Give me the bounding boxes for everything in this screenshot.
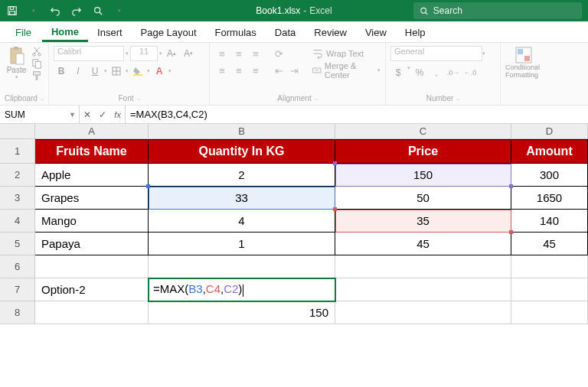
decrease-decimal-icon[interactable]: ←.0: [462, 65, 478, 80]
cell-a2[interactable]: Apple: [35, 164, 149, 187]
border-button[interactable]: [109, 63, 124, 79]
name-box[interactable]: SUM▼: [0, 106, 80, 123]
cell-d3[interactable]: 1650: [511, 187, 588, 210]
merge-center-button[interactable]: Merge & Center ▾: [311, 63, 381, 78]
formula-input[interactable]: =MAX(B3,C4,C2): [126, 106, 588, 123]
paste-button[interactable]: Paste▾: [5, 46, 28, 80]
underline-button[interactable]: U: [87, 63, 103, 79]
fx-icon[interactable]: fx: [114, 110, 121, 119]
cell-a4[interactable]: Mango: [35, 210, 149, 233]
cell-b3[interactable]: 33: [149, 187, 335, 210]
cell-d6[interactable]: [511, 255, 588, 278]
cut-icon[interactable]: [31, 46, 44, 57]
col-header-a[interactable]: A: [35, 124, 149, 139]
align-top-icon[interactable]: ≡: [214, 46, 230, 61]
conditional-formatting-button[interactable]: Conditional Formatting: [505, 46, 542, 80]
tab-file[interactable]: File: [5, 22, 42, 42]
copy-icon[interactable]: [31, 58, 44, 69]
row-header[interactable]: 1: [0, 139, 35, 164]
col-header-c[interactable]: C: [335, 124, 511, 139]
undo-icon[interactable]: [47, 3, 63, 18]
cell-b4[interactable]: 4: [149, 210, 335, 233]
search-box[interactable]: [413, 2, 582, 19]
decrease-indent-icon[interactable]: ⇤: [271, 63, 286, 78]
cell-c3[interactable]: 50: [335, 187, 511, 210]
align-bottom-icon[interactable]: ≡: [248, 46, 263, 61]
tab-formulas[interactable]: Formulas: [206, 22, 266, 42]
orientation-icon[interactable]: ⟳: [271, 46, 286, 61]
cell-a1[interactable]: Fruits Name: [35, 139, 149, 164]
col-header-d[interactable]: D: [511, 124, 588, 139]
increase-decimal-icon[interactable]: .0→: [446, 65, 461, 80]
italic-button[interactable]: I: [70, 63, 86, 79]
cell-d1[interactable]: Amount: [511, 139, 588, 164]
row-header[interactable]: 4: [0, 210, 35, 233]
cell-d8[interactable]: [511, 301, 588, 324]
tab-page-layout[interactable]: Page Layout: [132, 22, 206, 42]
cell-d7[interactable]: [511, 278, 588, 301]
cell-c2[interactable]: 150: [335, 164, 511, 187]
cell-b2[interactable]: 2: [149, 164, 335, 187]
decrease-font-icon[interactable]: A▾: [181, 46, 196, 61]
align-right-icon[interactable]: ≡: [248, 63, 263, 78]
align-left-icon[interactable]: ≡: [214, 63, 230, 78]
cell-d2[interactable]: 300: [511, 164, 588, 187]
percent-button[interactable]: %: [412, 65, 427, 80]
format-painter-icon[interactable]: [31, 70, 44, 81]
number-format-select[interactable]: General: [390, 46, 482, 61]
row-header[interactable]: 7: [0, 278, 35, 301]
redo-icon[interactable]: [69, 3, 84, 18]
bold-button[interactable]: B: [54, 63, 69, 79]
col-header-b[interactable]: B: [149, 124, 335, 139]
comma-button[interactable]: ,: [429, 65, 444, 80]
increase-indent-icon[interactable]: ⇥: [286, 63, 302, 78]
row-header[interactable]: 3: [0, 187, 35, 210]
fill-color-button[interactable]: [130, 63, 145, 79]
tab-help[interactable]: Help: [396, 22, 435, 42]
accept-formula-icon[interactable]: ✓: [99, 109, 106, 120]
qat-more-icon[interactable]: ▾: [112, 3, 127, 18]
align-middle-icon[interactable]: ≡: [231, 46, 247, 61]
cell-d4[interactable]: 140: [511, 210, 588, 233]
font-name-select[interactable]: Calibri: [54, 46, 124, 61]
increase-font-icon[interactable]: A▴: [164, 46, 179, 61]
cell-b6[interactable]: [149, 255, 335, 278]
cell-d5[interactable]: 45: [511, 233, 588, 255]
cell-b7-editing[interactable]: =MAX(B3,C4,C2): [149, 278, 335, 301]
cell-b1[interactable]: Quantity In KG: [149, 139, 335, 164]
cell-a3[interactable]: Grapes: [35, 187, 149, 210]
tab-home[interactable]: Home: [42, 21, 88, 42]
cell-a7[interactable]: Option-2: [35, 278, 149, 301]
cell-c7[interactable]: [335, 278, 511, 301]
save-icon[interactable]: [5, 3, 20, 18]
align-center-icon[interactable]: ≡: [231, 63, 247, 78]
tab-view[interactable]: View: [356, 22, 396, 42]
row-header[interactable]: 2: [0, 164, 35, 187]
wrap-text-button[interactable]: Wrap Text: [311, 46, 381, 61]
cell-b5[interactable]: 1: [149, 233, 335, 255]
worksheet-grid[interactable]: A B C D 1 Fruits Name Quantity In KG Pri…: [0, 124, 588, 324]
font-size-select[interactable]: 11: [130, 46, 158, 61]
cell-c6[interactable]: [335, 255, 511, 278]
cell-c1[interactable]: Price: [335, 139, 511, 164]
row-header[interactable]: 5: [0, 233, 35, 255]
cell-a8[interactable]: [35, 301, 149, 324]
tab-insert[interactable]: Insert: [88, 22, 132, 42]
row-header[interactable]: 8: [0, 301, 35, 324]
cell-a6[interactable]: [35, 255, 149, 278]
currency-button[interactable]: $: [390, 65, 406, 80]
cell-c4[interactable]: 35: [335, 210, 511, 233]
cancel-formula-icon[interactable]: ✕: [83, 109, 91, 120]
row-header[interactable]: 6: [0, 255, 35, 278]
cell-c5[interactable]: 45: [335, 233, 511, 255]
qat-dropdown-icon[interactable]: ▾: [26, 3, 41, 18]
tab-review[interactable]: Review: [305, 22, 356, 42]
cell-a5[interactable]: Papaya: [35, 233, 149, 255]
tab-data[interactable]: Data: [266, 22, 305, 42]
font-color-button[interactable]: A: [152, 63, 167, 79]
select-all-corner[interactable]: [0, 124, 35, 139]
search-input[interactable]: [433, 5, 576, 16]
cell-b8[interactable]: 150: [149, 301, 335, 324]
find-icon[interactable]: [90, 3, 106, 18]
cell-c8[interactable]: [335, 301, 511, 324]
